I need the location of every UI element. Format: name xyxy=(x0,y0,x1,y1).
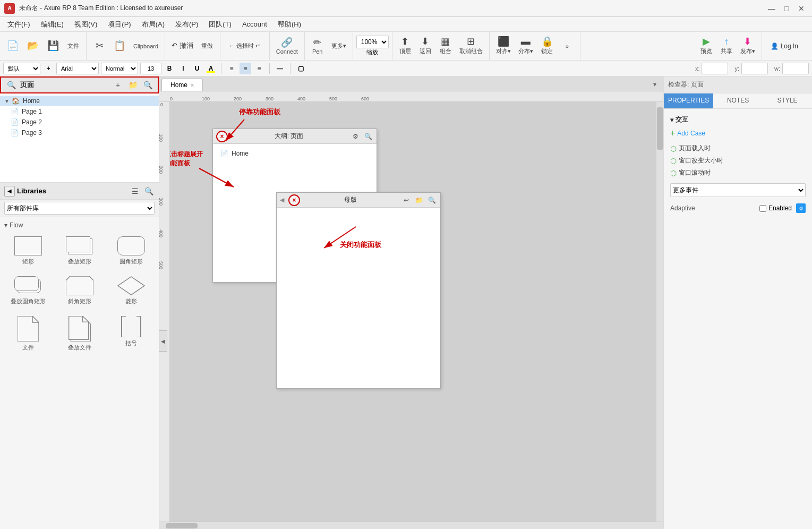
login-button[interactable]: 👤 Log In xyxy=(765,40,804,52)
menu-file[interactable]: 文件(F) xyxy=(2,18,36,31)
lib-all-select[interactable]: 所有部件库 xyxy=(4,202,155,215)
menu-layout[interactable]: 布局(A) xyxy=(136,18,170,31)
tab-properties[interactable]: PROPERTIES xyxy=(664,93,713,108)
align-left-button[interactable]: ≡ xyxy=(226,63,237,74)
master-search-button[interactable]: 🔍 xyxy=(426,195,437,206)
save-button[interactable]: 💾 xyxy=(44,35,63,58)
canvas-collapse-button[interactable]: ◀ xyxy=(159,330,167,352)
style-select[interactable]: 默认 xyxy=(3,63,40,74)
more-events-select[interactable]: 更多事件 xyxy=(670,183,806,197)
back-layer-button[interactable]: ⬇ 返回 xyxy=(416,35,435,58)
master-close-circle[interactable]: × xyxy=(288,194,300,206)
cut-button[interactable]: ✂ xyxy=(90,35,109,58)
tab-notes[interactable]: NOTES xyxy=(713,93,763,108)
undo-button[interactable]: ↶ 撤消 xyxy=(168,35,196,58)
group-button[interactable]: ▦ 组合 xyxy=(436,35,455,58)
canvas-tab-dropdown[interactable]: ▾ xyxy=(648,78,661,91)
lock-button[interactable]: 🔒 锁定 xyxy=(537,35,557,58)
shape-diamond[interactable]: 菱形 xyxy=(107,273,155,309)
align-center-button[interactable]: ≡ xyxy=(240,63,251,74)
bold-button[interactable]: B xyxy=(164,63,175,74)
shape-rect[interactable]: 矩形 xyxy=(4,233,52,269)
more2-button[interactable]: » xyxy=(558,35,577,58)
pen-button[interactable]: ✏ Pen xyxy=(308,35,327,58)
menu-project[interactable]: 项目(P) xyxy=(102,18,136,31)
font-style-select[interactable]: Normal xyxy=(101,63,138,74)
font-color-button[interactable]: A xyxy=(205,63,217,74)
event-onload[interactable]: ⬡ 页面载入时 xyxy=(670,142,806,155)
event-scroll[interactable]: ⬡ 窗口滚动时 xyxy=(670,167,806,179)
master-panel-header[interactable]: ◀ × 母版 ↩ 📁 🔍 xyxy=(277,193,440,208)
close-button[interactable]: ✕ xyxy=(795,2,808,15)
shape-doc[interactable]: 文件 xyxy=(4,313,52,355)
shape-stack-rect[interactable]: 叠放矩形 xyxy=(56,233,103,269)
outline-search-button[interactable]: 🔍 xyxy=(363,131,373,142)
w-input[interactable] xyxy=(782,63,809,74)
outline-panel-header[interactable]: × 大纲: 页面 ⚙ 🔍 xyxy=(213,129,377,144)
tab-close-button[interactable]: × xyxy=(191,82,194,88)
ungroup-button[interactable]: ⊞ 取消组合 xyxy=(456,35,486,58)
menu-edit[interactable]: 编辑(E) xyxy=(36,18,69,31)
maximize-button[interactable]: □ xyxy=(780,2,793,15)
lib-menu-button[interactable]: ☰ xyxy=(129,185,141,197)
outline-close-circle[interactable]: × xyxy=(216,131,228,142)
menu-team[interactable]: 团队(T) xyxy=(203,18,237,31)
shape-stack-round[interactable]: 叠放圆角矩形 xyxy=(4,273,52,309)
underline-button[interactable]: U xyxy=(191,63,203,74)
fill-button[interactable]: ▢ xyxy=(295,63,306,74)
master-btn1[interactable]: ↩ xyxy=(401,195,412,206)
style-add-button[interactable]: + xyxy=(42,63,54,74)
page-1[interactable]: 📄 Page 1 xyxy=(0,106,159,117)
y-input[interactable] xyxy=(741,63,768,74)
tab-style[interactable]: STYLE xyxy=(763,93,812,108)
open-button[interactable]: 📂 xyxy=(23,35,42,58)
line-style-button[interactable]: — xyxy=(274,63,286,74)
redo-button[interactable]: 重做 xyxy=(198,35,217,58)
share-button[interactable]: ↑ 共享 xyxy=(717,35,736,58)
adaptive-checkbox[interactable] xyxy=(759,205,766,212)
home-tab[interactable]: Home × xyxy=(161,79,203,91)
distribute-button[interactable]: ▬ 分布▾ xyxy=(515,35,536,58)
page-3[interactable]: 📄 Page 3 xyxy=(0,127,159,138)
font-size-input[interactable] xyxy=(140,63,161,74)
adaptive-settings-icon[interactable]: ⚙ xyxy=(796,203,806,213)
shape-stack-doc[interactable]: 叠放文件 xyxy=(56,313,103,355)
shape-round-rect[interactable]: 圆角矩形 xyxy=(107,233,155,269)
publish-button[interactable]: ⬇ 发布▾ xyxy=(737,35,758,58)
outline-home-item[interactable]: 📄 Home xyxy=(217,148,372,159)
pages-collapse-button[interactable]: 🔍 xyxy=(5,79,17,91)
select-button[interactable]: ← 选择时 ↵ xyxy=(224,35,266,58)
top-layer-button[interactable]: ⬆ 顶层 xyxy=(396,35,415,58)
align-right-button[interactable]: ≡ xyxy=(253,63,265,74)
master-btn2[interactable]: 📁 xyxy=(414,195,424,206)
zoom-select[interactable]: 100% 50% 75% 150% 200% xyxy=(356,36,389,48)
outline-filter-button[interactable]: ⚙ xyxy=(350,131,361,142)
font-select[interactable]: Arial xyxy=(56,63,99,74)
lib-collapse-button[interactable]: ◀ xyxy=(4,186,15,197)
canvas-hscrollbar[interactable] xyxy=(159,522,663,529)
pages-folder-button[interactable]: 📁 xyxy=(127,79,139,91)
canvas-vscrollbar[interactable] xyxy=(656,102,663,522)
connect-button[interactable]: 🔗 Connect xyxy=(273,35,301,58)
canvas-workspace[interactable]: 停靠功能面板 × 大纲: 页面 ⚙ 🔍 xyxy=(170,102,656,522)
menu-help[interactable]: 帮助(H) xyxy=(272,18,306,31)
preview-button[interactable]: ▶ 预览 xyxy=(697,35,716,58)
file-label-btn[interactable]: 文件 xyxy=(64,35,83,58)
menu-account[interactable]: Account xyxy=(237,18,272,30)
minimize-button[interactable]: — xyxy=(765,2,778,15)
copy-button[interactable]: 📋 xyxy=(110,35,129,58)
menu-view[interactable]: 视图(V) xyxy=(69,18,102,31)
pages-add-button[interactable]: + xyxy=(112,79,124,91)
shape-chamfer[interactable]: 斜角矩形 xyxy=(56,273,103,309)
pages-search-button[interactable]: 🔍 xyxy=(142,79,153,91)
italic-button[interactable]: I xyxy=(177,63,189,74)
shape-bracket[interactable]: 括号 xyxy=(107,313,155,355)
lib-search-button[interactable]: 🔍 xyxy=(143,185,155,197)
align-button[interactable]: ⬛ 对齐▾ xyxy=(493,35,514,58)
menu-publish[interactable]: 发布(P) xyxy=(170,18,203,31)
add-case-link[interactable]: + Add Case xyxy=(670,129,806,138)
page-2[interactable]: 📄 Page 2 xyxy=(0,117,159,127)
new-button[interactable]: 📄 xyxy=(3,35,22,58)
event-resize[interactable]: ⬡ 窗口改变大小时 xyxy=(670,155,806,167)
more-button[interactable]: 更多▾ xyxy=(328,35,349,58)
